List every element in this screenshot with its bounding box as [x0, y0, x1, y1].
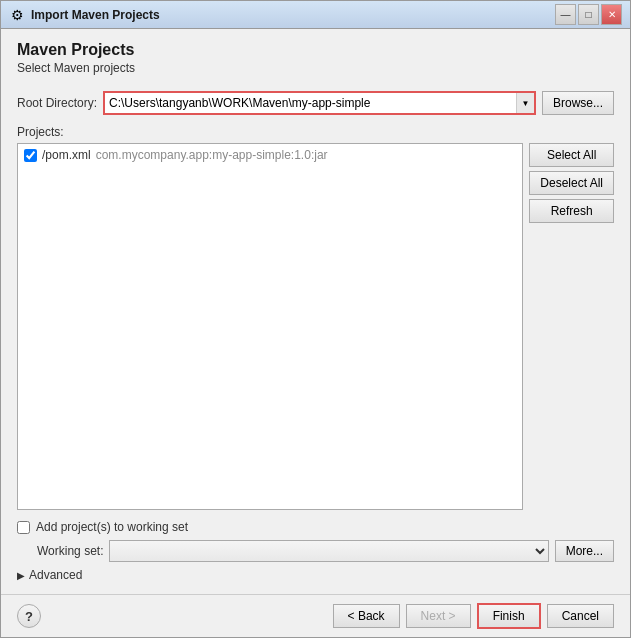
projects-list[interactable]: /pom.xml com.mycompany.app:my-app-simple… [17, 143, 523, 510]
select-all-button[interactable]: Select All [529, 143, 614, 167]
minimize-button[interactable]: — [555, 4, 576, 25]
working-set-checkbox[interactable] [17, 521, 30, 534]
root-directory-label: Root Directory: [17, 96, 97, 110]
project-artifact: com.mycompany.app:my-app-simple:1.0:jar [96, 148, 328, 162]
next-button[interactable]: Next > [406, 604, 471, 628]
path-input-wrapper: ▼ [103, 91, 536, 115]
browse-button[interactable]: Browse... [542, 91, 614, 115]
dialog-footer: ? < Back Next > Finish Cancel [1, 594, 630, 637]
dialog-content: Maven Projects Select Maven projects Roo… [1, 29, 630, 594]
advanced-label: Advanced [29, 568, 82, 582]
deselect-all-button[interactable]: Deselect All [529, 171, 614, 195]
project-pom: /pom.xml [42, 148, 91, 162]
footer-left: ? [17, 604, 41, 628]
working-set-label: Add project(s) to working set [36, 520, 188, 534]
back-button[interactable]: < Back [333, 604, 400, 628]
working-set-section: Add project(s) to working set Working se… [17, 520, 614, 562]
side-buttons: Select All Deselect All Refresh [529, 143, 614, 510]
root-directory-input[interactable] [105, 96, 516, 110]
maximize-button[interactable]: □ [578, 4, 599, 25]
projects-area: /pom.xml com.mycompany.app:my-app-simple… [17, 143, 614, 510]
finish-button[interactable]: Finish [477, 603, 541, 629]
working-set-more-button[interactable]: More... [555, 540, 614, 562]
title-bar: ⚙ Import Maven Projects — □ ✕ [1, 1, 630, 29]
advanced-arrow-icon: ▶ [17, 570, 25, 581]
cancel-button[interactable]: Cancel [547, 604, 614, 628]
list-item[interactable]: /pom.xml com.mycompany.app:my-app-simple… [18, 144, 522, 166]
help-button[interactable]: ? [17, 604, 41, 628]
window-title: Import Maven Projects [31, 8, 555, 22]
page-subtitle: Select Maven projects [17, 61, 614, 75]
window-controls: — □ ✕ [555, 4, 622, 25]
footer-right: < Back Next > Finish Cancel [333, 603, 614, 629]
dialog-window: ⚙ Import Maven Projects — □ ✕ Maven Proj… [0, 0, 631, 638]
close-button[interactable]: ✕ [601, 4, 622, 25]
project-checkbox[interactable] [24, 149, 37, 162]
working-set-select-row: Working set: More... [17, 540, 614, 562]
page-title: Maven Projects [17, 41, 614, 59]
path-dropdown-button[interactable]: ▼ [516, 93, 534, 113]
refresh-button[interactable]: Refresh [529, 199, 614, 223]
advanced-section[interactable]: ▶ Advanced [17, 568, 614, 582]
add-working-set-row: Add project(s) to working set [17, 520, 614, 534]
working-set-select[interactable] [109, 540, 548, 562]
projects-label: Projects: [17, 125, 614, 139]
working-set-field-label: Working set: [37, 544, 103, 558]
root-directory-row: Root Directory: ▼ Browse... [17, 91, 614, 115]
window-icon: ⚙ [9, 7, 25, 23]
